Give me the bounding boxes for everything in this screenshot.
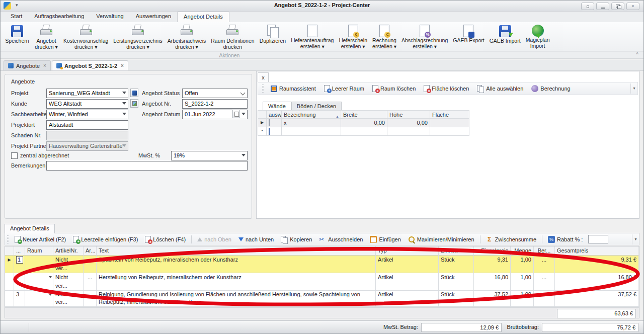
duplizieren-button[interactable]: Duplizieren bbox=[257, 23, 289, 44]
rabatt-input[interactable] bbox=[588, 235, 608, 243]
toolbar-options-caret-icon[interactable]: ▾ bbox=[632, 234, 639, 244]
ribbon-tab-angebot-details[interactable]: Angebot Details bbox=[177, 12, 229, 22]
flaeche-loeschen-button[interactable]: xFläche löschen bbox=[421, 84, 472, 93]
new-row-checkbox-icon[interactable] bbox=[269, 128, 270, 135]
angebot-datum-field[interactable]: 01.Jun.2022 bbox=[182, 110, 248, 119]
leistungsverzeichnis-drucken-button[interactable]: Leistungsverzeichnisdrucken ▾ bbox=[111, 23, 165, 50]
speichern-button[interactable]: Speichern bbox=[3, 23, 32, 44]
calculation-icon bbox=[531, 85, 538, 92]
kostenvoranschlag-drucken-button[interactable]: Kostenvoranschlagdrucken ▾ bbox=[61, 23, 111, 50]
toolbar-grip[interactable] bbox=[7, 235, 9, 243]
angebote-form-panel: Angebote Projekt Sanierung_WEG Altstadt … bbox=[5, 74, 252, 219]
caret-down-icon bbox=[122, 144, 126, 147]
toolbar-grip[interactable] bbox=[262, 85, 264, 93]
caret-down-icon[interactable] bbox=[122, 92, 126, 94]
angebot-drucken-button[interactable]: Angebotdrucken ▾ bbox=[32, 23, 61, 50]
projektort-field[interactable]: Alstastadt bbox=[46, 120, 128, 130]
room-panel: x Raumassistent +Leerer Raum xRaum lösch… bbox=[256, 71, 639, 219]
projekt-combobox[interactable]: Sanierung_WEG Altstadt bbox=[46, 89, 128, 98]
angebot-details-tab[interactable]: Angebot Details bbox=[5, 224, 55, 233]
delete-icon: x bbox=[145, 236, 151, 243]
leerer-raum-button[interactable]: +Leerer Raum bbox=[321, 84, 367, 93]
content-area: Angebote Projekt Sanierung_WEG Altstadt … bbox=[1, 71, 643, 222]
zentral-abgerechnet-checkbox[interactable] bbox=[11, 152, 18, 159]
ribbon-tab-verwaltung[interactable]: Verwaltung bbox=[90, 12, 129, 22]
lieferantenauftrag-erstellen-button[interactable]: Lieferantenauftragerstellen ▾ bbox=[288, 23, 336, 50]
date-picker-button[interactable] bbox=[232, 110, 240, 118]
raumassistent-button[interactable]: Raumassistent bbox=[268, 85, 319, 93]
restore-button[interactable] bbox=[611, 3, 624, 10]
sachbearbeiter-combobox[interactable]: Winter, Winfried bbox=[46, 110, 128, 119]
calc-ellipsis-button[interactable]: ... bbox=[534, 256, 555, 273]
tab-boeden-decken[interactable]: Böden / Decken bbox=[291, 102, 342, 111]
tab-angebot-s-2022-1-2[interactable]: Angebot S_2022-1-2 × bbox=[52, 60, 128, 70]
nach-unten-button[interactable]: nach Unten bbox=[235, 235, 277, 243]
caret-down-icon[interactable] bbox=[122, 113, 126, 115]
berechnung-button[interactable]: Berechnung bbox=[528, 84, 573, 93]
calc-ellipsis-button[interactable]: ... bbox=[534, 291, 555, 307]
article-ellipsis-button[interactable]: ... bbox=[84, 256, 97, 273]
projekt-lookup-button[interactable] bbox=[130, 89, 138, 97]
walls-grid-new-row[interactable]: * bbox=[258, 127, 469, 136]
angebot-status-combobox[interactable]: Offen bbox=[182, 89, 248, 98]
angebot-nr-field[interactable]: S_2022-1-2 bbox=[182, 99, 248, 109]
leerzeile-einfuegen-button[interactable]: +Leerzeile einfügen (F3) bbox=[70, 235, 141, 244]
magicplan-import-button[interactable]: MagicplanImport bbox=[523, 23, 552, 49]
ribbon-tab-start[interactable]: Start bbox=[5, 12, 28, 22]
loeschen-button[interactable]: xLöschen (F4) bbox=[142, 235, 189, 244]
mwst-combobox[interactable]: 19% bbox=[171, 151, 248, 160]
room-panel-tab[interactable]: x bbox=[258, 72, 269, 82]
bemerkungen-field[interactable] bbox=[46, 161, 248, 171]
kopieren-button[interactable]: Kopieren bbox=[278, 235, 315, 244]
close-tab-icon[interactable]: × bbox=[121, 63, 124, 68]
calc-ellipsis-button[interactable]: ... bbox=[534, 273, 555, 291]
einfuegen-button[interactable]: Einfügen bbox=[367, 235, 404, 244]
caret-down-icon[interactable] bbox=[242, 113, 246, 115]
article-ellipsis-button[interactable]: ... bbox=[84, 273, 97, 291]
row-checkbox[interactable] bbox=[269, 119, 270, 126]
caret-down-icon[interactable] bbox=[242, 154, 246, 156]
schaden-nr-field bbox=[46, 131, 128, 140]
gaeb-import-button[interactable]: GAEB Import bbox=[487, 23, 523, 44]
minimize-button[interactable] bbox=[596, 3, 609, 10]
arbeitsnachweis-drucken-button[interactable]: Arbeitsnachweisdrucken ▾ bbox=[165, 23, 208, 50]
gaeb-export-button[interactable]: GAEB Export bbox=[450, 23, 487, 44]
lieferschein-erstellen-button[interactable]: € Lieferscheinerstellen ▾ bbox=[336, 23, 370, 50]
chevron-down-icon[interactable] bbox=[240, 91, 246, 96]
close-button[interactable]: × bbox=[626, 3, 639, 10]
bruttobetrag-label: Bruttobetrag: bbox=[507, 323, 539, 332]
tab-waende[interactable]: Wände bbox=[263, 102, 291, 111]
caret-down-icon[interactable] bbox=[122, 102, 126, 105]
collapse-ribbon-icon[interactable]: ^ bbox=[636, 52, 638, 57]
details-grid-row-1[interactable]: ▶ 1 Nicht ver... ... Spachteln von Reibe… bbox=[5, 256, 639, 273]
ausschneiden-button[interactable]: ✂Ausschneiden bbox=[316, 235, 366, 244]
mwst-betrag-field: 12,09 € bbox=[421, 323, 502, 332]
alle-auswaehlen-button[interactable]: Alle auswählen bbox=[474, 84, 526, 93]
project-book-icon bbox=[132, 91, 137, 96]
article-ellipsis-button[interactable]: ... bbox=[84, 291, 97, 307]
new-row-icon: * bbox=[258, 127, 267, 136]
details-grid-row-3[interactable]: 3 Nicht ver... ... Reinigung, Grundierun… bbox=[5, 291, 639, 307]
abschlagsrechnung-erstellen-button[interactable]: % Abschlagsrechnungerstellen ▾ bbox=[399, 23, 450, 50]
raum-definitionen-drucken-button[interactable]: Raum Definitionendrucken bbox=[208, 23, 257, 50]
raum-caret-down-icon[interactable] bbox=[49, 294, 52, 296]
printer-icon bbox=[79, 25, 93, 38]
ribbon-tab-auftragsbearbeitung[interactable]: Auftragsbearbeitung bbox=[28, 12, 90, 22]
kunde-combobox[interactable]: WEG Altstadt bbox=[46, 99, 128, 109]
neuer-artikel-button[interactable]: +Neuer Artikel (F2) bbox=[12, 235, 69, 244]
raum-caret-down-icon[interactable] bbox=[49, 276, 52, 278]
toolbar-options-caret-icon[interactable]: ▾ bbox=[630, 84, 637, 94]
rechnung-erstellen-button[interactable]: C Rechnungerstellen ▾ bbox=[370, 23, 399, 50]
kunde-lookup-button[interactable] bbox=[130, 99, 138, 108]
sigma-icon: Σ bbox=[486, 236, 493, 243]
walls-grid-row[interactable]: ▶ x 0,00 0,00 bbox=[258, 119, 469, 127]
raum-loeschen-button[interactable]: xRaum löschen bbox=[369, 84, 419, 93]
tab-angebote[interactable]: Angebote × bbox=[4, 60, 51, 70]
ribbon-tab-auswertungen[interactable]: Auswertungen bbox=[130, 12, 177, 22]
compress-window-button[interactable] bbox=[581, 3, 594, 10]
maximieren-minimieren-button[interactable]: Maximieren/Minimieren bbox=[405, 235, 477, 244]
details-grid-row-2[interactable]: 2 Nicht ver... ... Herstellung von Reibe… bbox=[5, 273, 639, 291]
close-tab-icon[interactable]: × bbox=[43, 63, 46, 68]
kunde-label: Kunde bbox=[11, 99, 27, 108]
zwischensumme-button[interactable]: ΣZwischensumme bbox=[483, 235, 540, 244]
